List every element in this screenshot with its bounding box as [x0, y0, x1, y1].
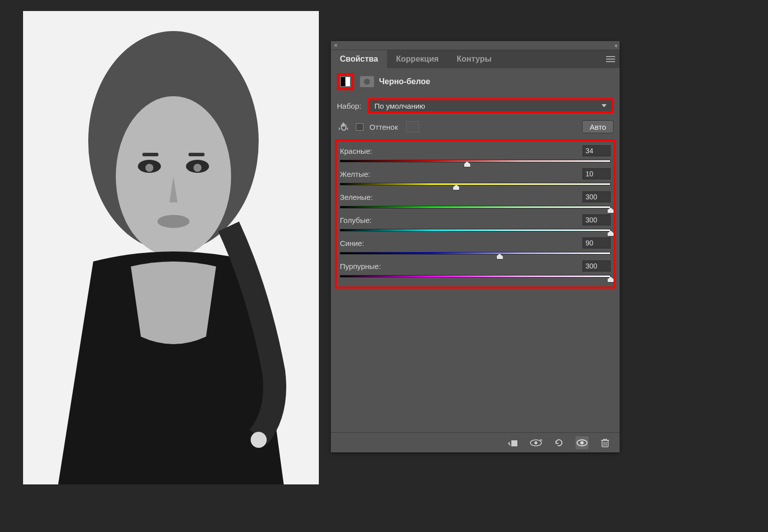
- tab-paths[interactable]: Контуры: [448, 50, 501, 68]
- preset-selected: По умолчанию: [374, 102, 425, 110]
- slider-label-cyans: Голубые:: [340, 216, 371, 224]
- tint-row: Оттенок Авто: [331, 118, 620, 139]
- svg-point-6: [194, 164, 202, 172]
- view-previous-icon[interactable]: [529, 436, 542, 449]
- svg-point-9: [157, 215, 189, 228]
- layer-mask-icon[interactable]: [360, 76, 374, 87]
- gradient-bar: [340, 275, 611, 278]
- tint-checkbox[interactable]: [356, 123, 363, 131]
- preset-row: Набор: По умолчанию: [331, 95, 620, 118]
- preset-label: Набор:: [337, 102, 361, 110]
- slider-yellows: Желтые:: [340, 165, 611, 188]
- svg-point-10: [251, 432, 267, 448]
- slider-value-cyans[interactable]: [583, 214, 611, 225]
- slider-label-reds: Красные:: [340, 147, 372, 155]
- adjustment-title: Черно-белое: [379, 77, 430, 86]
- svg-rect-8: [188, 153, 205, 156]
- gradient-bar: [340, 160, 611, 162]
- tab-properties[interactable]: Свойства: [331, 50, 387, 68]
- tint-label: Оттенок: [369, 123, 398, 131]
- slider-value-yellows[interactable]: [583, 168, 611, 179]
- close-icon[interactable]: ×: [334, 42, 338, 49]
- targeted-adjust-icon[interactable]: [337, 120, 350, 133]
- svg-point-15: [581, 441, 584, 444]
- slider-track-greens[interactable]: [340, 204, 611, 209]
- toggle-visibility-icon[interactable]: [575, 436, 589, 449]
- adjustment-header: Черно-белое: [331, 68, 620, 95]
- panel-menu-icon[interactable]: [602, 59, 620, 60]
- gradient-bar: [340, 183, 611, 185]
- slider-track-cyans[interactable]: [340, 227, 611, 232]
- slider-label-yellows: Желтые:: [340, 170, 370, 178]
- panel-footer: [331, 432, 620, 452]
- slider-label-greens: Зеленые:: [340, 193, 373, 201]
- slider-blues: Синие:: [340, 234, 611, 257]
- preset-dropdown[interactable]: По умолчанию: [367, 98, 614, 113]
- collapse-icon[interactable]: ‹‹: [615, 42, 617, 49]
- slider-value-reds[interactable]: [583, 145, 611, 156]
- properties-panel: × ‹‹ Свойства Коррекция Контуры Черно-бе…: [331, 41, 620, 452]
- slider-track-blues[interactable]: [340, 250, 611, 255]
- slider-magentas: Пурпурные:: [340, 257, 611, 281]
- auto-button[interactable]: Авто: [582, 120, 614, 133]
- slider-track-yellows[interactable]: [340, 181, 611, 186]
- gradient-bar: [340, 252, 611, 254]
- bw-icon: [340, 77, 350, 87]
- bw-adjustment-icon[interactable]: [337, 73, 354, 90]
- chevron-down-icon: [602, 104, 607, 107]
- slider-reds: Красные:: [340, 142, 611, 165]
- slider-value-greens[interactable]: [583, 191, 611, 202]
- reset-icon[interactable]: [552, 436, 565, 449]
- clip-to-layer-icon[interactable]: [506, 436, 519, 449]
- svg-point-13: [534, 441, 537, 444]
- sliders-container: Красные:Желтые:Зеленые:Голубые:Синие:Пур…: [335, 139, 616, 289]
- svg-rect-16: [602, 440, 608, 447]
- slider-label-blues: Синие:: [340, 239, 364, 247]
- tab-adjustments[interactable]: Коррекция: [387, 50, 448, 68]
- delete-icon[interactable]: [599, 436, 612, 449]
- slider-cyans: Голубые:: [340, 211, 611, 234]
- slider-track-magentas[interactable]: [340, 274, 611, 279]
- gradient-bar: [340, 206, 611, 208]
- panel-title-bar: × ‹‹: [331, 41, 620, 50]
- bw-portrait-placeholder: [23, 11, 319, 484]
- document-canvas[interactable]: [23, 11, 319, 484]
- tab-bar: Свойства Коррекция Контуры: [331, 50, 620, 68]
- slider-value-blues[interactable]: [583, 237, 611, 248]
- svg-rect-11: [511, 440, 517, 446]
- slider-value-magentas[interactable]: [583, 260, 611, 272]
- gradient-bar: [340, 229, 611, 231]
- slider-greens: Зеленые:: [340, 188, 611, 211]
- slider-track-reds[interactable]: [340, 158, 611, 163]
- slider-label-magentas: Пурпурные:: [340, 262, 381, 271]
- svg-rect-7: [142, 153, 158, 156]
- svg-point-5: [145, 164, 153, 172]
- tint-swatch[interactable]: [406, 121, 419, 132]
